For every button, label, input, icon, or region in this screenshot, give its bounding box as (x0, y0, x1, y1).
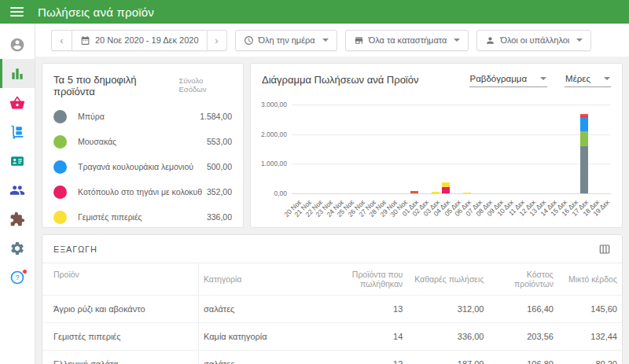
sidebar-item-inventory[interactable] (0, 117, 35, 146)
chart-plot-zone: 0,001.000,002.000,003.000,00 20 Νοε21 Νο… (260, 100, 616, 224)
sidebar-item-help[interactable]: ? (0, 263, 35, 292)
table-cell: 312,00 (407, 296, 488, 322)
product-color-dot (53, 110, 67, 123)
basket-icon (9, 95, 25, 111)
product-revenue: 1.584,00 (200, 112, 232, 121)
account-circle-icon (9, 37, 25, 53)
sidebar-item-account[interactable] (0, 30, 35, 59)
table-row[interactable]: Ελληνική σαλάτασαλάτες12187,00106,8080,2… (42, 351, 622, 364)
sidebar-item-customers[interactable] (0, 175, 35, 204)
product-color-dot (53, 160, 67, 174)
column-header[interactable]: Προϊόντα που πωλήθηκαν (309, 263, 407, 295)
gridline (292, 134, 611, 135)
chart-period-value: Μέρες (565, 74, 590, 83)
chart-x-axis: 20 Νοε21 Νοε22 Νοε23 Νοε24 Νοε25 Νοε26 Ν… (292, 198, 611, 230)
product-name: Μπύρα (78, 112, 195, 121)
table-row[interactable]: Γεμιστές πιπεριέςΚαμία κατηγορία14336,00… (42, 323, 622, 351)
bar-chart-icon (9, 66, 25, 82)
y-axis-tick: 3.000,00 (261, 101, 287, 108)
product-name: Τραγανά κουλουράκια λεμονιού (78, 162, 202, 171)
top-products-list: Μπύρα1.584,00Μουσακάς553,00Τραγανά κουλο… (42, 104, 243, 230)
chevron-down-icon (540, 77, 546, 80)
top-product-item: Γεμιστές πιπεριές336,00 (42, 204, 243, 230)
notification-dot (22, 269, 28, 274)
column-header[interactable]: Προϊόν (42, 263, 199, 295)
product-color-dot (53, 186, 67, 199)
top-product-item: Κοτόπουλο στο τηγάνι με κολοκυθάκια352,0… (42, 179, 243, 204)
table-row[interactable]: Άγριο ρύζι και αβοκάντοσαλάτες13312,0016… (42, 296, 622, 323)
top-products-card: Τα 5 πιο δημοφιλή προϊόντα Σύνολο Εσόδων… (42, 63, 244, 228)
table-cell: Γεμιστές πιπεριές (42, 323, 199, 350)
gear-icon (9, 241, 25, 256)
column-header[interactable]: Κόστος προϊόντων (488, 263, 557, 295)
person-icon (485, 35, 495, 46)
product-color-dot (53, 211, 67, 224)
table-cell: 336,00 (407, 323, 488, 350)
table-cell: 106,80 (488, 351, 557, 364)
gridline (292, 105, 611, 105)
chart-bar[interactable] (410, 191, 418, 193)
chart-bar[interactable] (432, 192, 440, 193)
time-filter-dropdown[interactable]: Όλη την ημέρα (235, 30, 337, 51)
y-axis-tick: 1.000,00 (261, 160, 287, 167)
sidebar-item-apps[interactable] (0, 204, 35, 233)
sales-chart-card: Διάγραμμα Πωλήσεων ανά Προϊόν Ραβδόγραμμ… (250, 63, 623, 228)
sidebar-item-reports[interactable] (0, 59, 35, 88)
sidebar-item-settings[interactable] (0, 233, 35, 263)
date-range-group: ‹ 20 Νοε 2020 - 19 Δεκ 2020 › (51, 30, 227, 51)
columns-settings-button[interactable] (598, 243, 611, 256)
table-header-row: ΠροϊόνΚατηγορίαΠροϊόντα που πωλήθηκανΚαθ… (42, 263, 622, 296)
table-cell: 166,40 (488, 296, 557, 322)
table-body: Άγριο ρύζι και αβοκάντοσαλάτες13312,0016… (42, 296, 622, 364)
export-button[interactable]: ΕΞΑΓΩΓΗ (53, 245, 97, 254)
product-name: Μουσακάς (78, 137, 202, 146)
chart-bar[interactable] (463, 193, 471, 194)
column-header[interactable]: Κατηγορία (199, 268, 309, 290)
employee-filter-dropdown[interactable]: Όλοι οι υπάλληλοι (476, 30, 591, 51)
chart-type-value: Ραβδόγραμμα (470, 74, 528, 83)
chart-bar[interactable] (580, 114, 588, 193)
date-range-button[interactable]: 20 Νοε 2020 - 19 Δεκ 2020 (72, 30, 207, 51)
top-product-item: Μπύρα1.584,00 (42, 104, 243, 129)
table-cell: σαλάτες (199, 351, 309, 364)
clock-icon (244, 35, 254, 46)
chevron-down-icon (576, 39, 583, 42)
time-filter-label: Όλη την ημέρα (259, 35, 315, 45)
product-name: Κοτόπουλο στο τηγάνι με κολοκυθάκια (78, 187, 202, 197)
store-filter-dropdown[interactable]: Όλα τα καταστήματα (345, 30, 469, 51)
y-axis-tick: 0,00 (274, 189, 287, 197)
product-revenue: 352,00 (207, 187, 232, 197)
puzzle-icon (9, 211, 25, 227)
menu-icon[interactable] (10, 7, 24, 17)
chart-bar[interactable] (442, 182, 450, 193)
store-icon (354, 35, 364, 46)
top-products-subtitle: Σύνολο Εσόδων (179, 76, 232, 94)
store-filter-label: Όλα τα καταστήματα (369, 35, 447, 45)
gridline (292, 193, 611, 194)
column-header[interactable]: Μικτό κέρδος (558, 268, 622, 290)
table-cell: 203,56 (488, 323, 557, 350)
sidebar: ? (0, 24, 35, 364)
chevron-down-icon (454, 39, 460, 42)
column-header[interactable]: Καθαρές πωλήσεις (407, 268, 488, 290)
table-cell: Καμία κατηγορία (199, 323, 309, 350)
app-header: Πωλήσεις ανά προϊόν (0, 0, 629, 24)
chart-period-select[interactable]: Μέρες (565, 74, 611, 87)
gridline (292, 164, 611, 164)
page-title: Πωλήσεις ανά προϊόν (38, 6, 154, 19)
employee-filter-label: Όλοι οι υπάλληλοι (500, 35, 569, 45)
product-color-dot (53, 135, 67, 149)
table-cell: 187,00 (407, 351, 488, 364)
product-revenue: 336,00 (207, 212, 232, 222)
table-cell: 145,60 (558, 296, 622, 322)
chart-type-select[interactable]: Ραβδόγραμμα (469, 74, 548, 87)
date-range-label: 20 Νοε 2020 - 19 Δεκ 2020 (95, 35, 199, 45)
people-icon (9, 182, 25, 198)
sidebar-item-items[interactable] (0, 88, 35, 117)
date-prev-button[interactable]: ‹ (51, 30, 72, 51)
date-next-button[interactable]: › (207, 30, 227, 51)
chart-title: Διάγραμμα Πωλήσεων ανά Προϊόν (262, 74, 452, 86)
badge-icon (9, 153, 25, 169)
sidebar-item-employees[interactable] (0, 146, 35, 175)
product-name: Γεμιστές πιπεριές (78, 212, 202, 222)
